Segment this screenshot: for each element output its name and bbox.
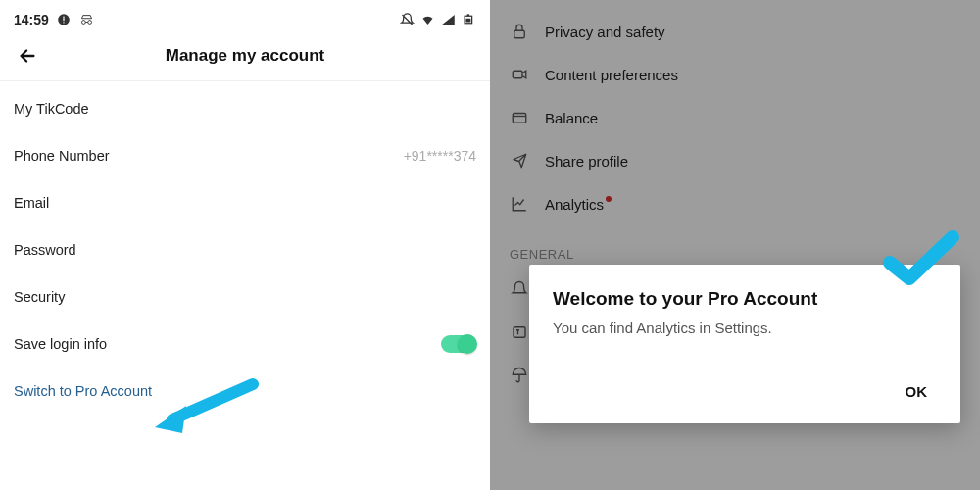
bell-off-icon bbox=[400, 13, 415, 27]
modal-title: Welcome to your Pro Account bbox=[553, 288, 937, 310]
welcome-pro-modal: Welcome to your Pro Account You can find… bbox=[529, 265, 960, 423]
settings-list: My TikCode Phone Number +91*****374 Emai… bbox=[14, 81, 476, 415]
svg-rect-4 bbox=[466, 19, 470, 23]
svg-rect-1 bbox=[64, 17, 65, 22]
screen-settings: Privacy and safety Content preferences B… bbox=[490, 0, 980, 490]
modal-actions: OK bbox=[553, 375, 937, 408]
back-button[interactable] bbox=[14, 42, 41, 70]
row-switch-pro[interactable]: Switch to Pro Account bbox=[14, 368, 476, 415]
row-label: Email bbox=[14, 195, 49, 211]
row-save-login[interactable]: Save login info bbox=[14, 320, 476, 368]
row-password[interactable]: Password bbox=[14, 226, 476, 273]
page-title: Manage my account bbox=[166, 46, 325, 66]
row-label: Phone Number bbox=[14, 148, 110, 164]
row-label: Save login info bbox=[14, 336, 107, 352]
row-label: Switch to Pro Account bbox=[14, 383, 152, 399]
battery-icon bbox=[462, 13, 476, 27]
page-header: Manage my account bbox=[14, 31, 476, 80]
status-bar: 14:59 bbox=[14, 8, 476, 31]
wifi-icon bbox=[420, 13, 435, 27]
svg-rect-2 bbox=[64, 22, 65, 23]
modal-body: You can find Analytics in Settings. bbox=[553, 319, 937, 336]
toggle-save-login[interactable] bbox=[441, 335, 476, 353]
status-time: 14:59 bbox=[14, 12, 49, 27]
svg-rect-5 bbox=[467, 14, 470, 16]
row-tikcode[interactable]: My TikCode bbox=[14, 85, 476, 132]
row-email[interactable]: Email bbox=[14, 179, 476, 226]
row-label: Password bbox=[14, 242, 76, 258]
row-security[interactable]: Security bbox=[14, 273, 476, 320]
row-label: Security bbox=[14, 289, 65, 305]
row-value: +91*****374 bbox=[404, 148, 476, 164]
screen-manage-account: 14:59 Manage my acc bbox=[0, 0, 490, 490]
incognito-icon bbox=[79, 13, 94, 27]
row-label: My TikCode bbox=[14, 101, 89, 117]
status-alert-icon bbox=[57, 13, 72, 27]
signal-icon bbox=[441, 13, 456, 27]
row-phone[interactable]: Phone Number +91*****374 bbox=[14, 132, 476, 179]
ok-button[interactable]: OK bbox=[896, 375, 938, 408]
